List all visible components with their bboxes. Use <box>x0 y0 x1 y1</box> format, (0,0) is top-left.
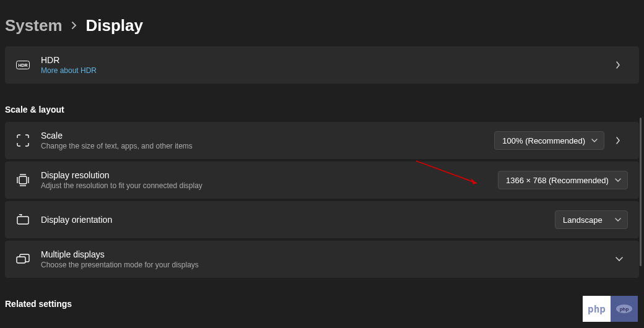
scale-dropdown[interactable]: 100% (Recommended) <box>494 131 604 150</box>
orientation-icon <box>16 213 30 227</box>
resolution-dropdown[interactable]: 1366 × 768 (Recommended) <box>498 171 628 189</box>
hdr-title: HDR <box>41 55 616 65</box>
multiple-displays-title: Multiple displays <box>41 249 616 259</box>
orientation-value: Landscape <box>563 215 603 225</box>
watermark: php php <box>583 296 638 322</box>
display-settings-content: HDR HDR More about HDR Scale & layout Sc… <box>0 46 644 316</box>
multiple-displays-card[interactable]: Multiple displays Choose the presentatio… <box>5 241 639 278</box>
multiple-displays-texts: Multiple displays Choose the presentatio… <box>41 249 616 269</box>
chevron-down-icon <box>615 218 621 222</box>
multiple-displays-icon <box>16 252 30 266</box>
scale-card[interactable]: Scale Change the size of text, apps, and… <box>5 122 639 159</box>
section-related-settings: Related settings <box>5 280 639 316</box>
resolution-card[interactable]: Display resolution Adjust the resolution… <box>5 162 639 199</box>
breadcrumb-current: Display <box>86 16 144 35</box>
chevron-down-icon <box>615 178 621 182</box>
chevron-right-icon <box>71 21 77 30</box>
hdr-card[interactable]: HDR HDR More about HDR <box>5 46 639 84</box>
resolution-icon <box>16 173 30 187</box>
chevron-right-icon[interactable] <box>616 61 628 69</box>
svg-text:HDR: HDR <box>18 63 27 67</box>
scale-texts: Scale Change the size of text, apps, and… <box>41 131 494 150</box>
hdr-texts: HDR More about HDR <box>41 55 616 75</box>
orientation-card[interactable]: Display orientation Landscape <box>5 201 639 238</box>
svg-text:php: php <box>620 306 629 312</box>
watermark-logo-icon: php <box>611 296 638 322</box>
orientation-dropdown[interactable]: Landscape <box>555 210 628 229</box>
section-scale-layout: Scale & layout <box>5 86 639 122</box>
orientation-texts: Display orientation <box>41 215 555 225</box>
breadcrumb-parent[interactable]: System <box>5 16 63 35</box>
watermark-text: php <box>588 303 606 315</box>
orientation-title: Display orientation <box>41 215 555 225</box>
svg-rect-4 <box>17 257 25 263</box>
svg-rect-2 <box>19 176 27 184</box>
resolution-texts: Display resolution Adjust the resolution… <box>41 170 498 190</box>
resolution-title: Display resolution <box>41 170 498 180</box>
scale-icon <box>16 134 30 147</box>
scale-subtitle: Change the size of text, apps, and other… <box>41 142 494 150</box>
resolution-subtitle: Adjust the resolution to fit your connec… <box>41 181 498 190</box>
chevron-right-icon[interactable] <box>616 137 628 144</box>
scale-value: 100% (Recommended) <box>502 136 585 145</box>
svg-rect-3 <box>17 217 28 224</box>
hdr-link[interactable]: More about HDR <box>41 66 616 75</box>
scale-title: Scale <box>41 131 494 140</box>
breadcrumb: System Display <box>0 0 644 46</box>
resolution-value: 1366 × 768 (Recommended) <box>506 176 609 185</box>
hdr-icon: HDR <box>16 58 30 72</box>
multiple-displays-subtitle: Choose the presentation mode for your di… <box>41 261 616 269</box>
scrollbar[interactable] <box>640 118 642 266</box>
chevron-down-icon <box>591 139 598 142</box>
chevron-down-icon[interactable] <box>616 257 628 262</box>
